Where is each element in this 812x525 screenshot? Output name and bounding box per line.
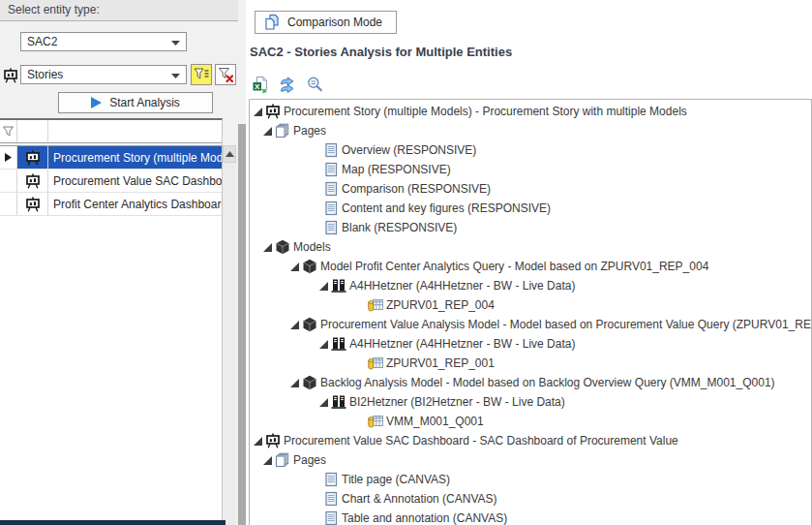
play-icon <box>91 97 102 108</box>
expander-icon[interactable] <box>263 243 272 252</box>
row-gutter <box>0 193 17 215</box>
autofilter-funnel-icon <box>2 125 15 138</box>
tree-item-label: Overview (RESPONSIVE) <box>341 143 476 157</box>
tree-item-label: Comparison (RESPONSIVE) <box>341 182 491 196</box>
filter-cell-icon-column[interactable] <box>17 120 48 142</box>
zoom-button[interactable] <box>304 74 325 95</box>
expand-all-icon <box>279 76 297 94</box>
analysis-tree: Procurement Story (multiple Models) - Pr… <box>249 99 812 525</box>
servers-icon <box>331 336 346 352</box>
tree-item-page[interactable]: Comparison (RESPONSIVE) <box>250 179 811 199</box>
panel-header: Select entity type: <box>0 0 238 21</box>
tree-item-group-models[interactable]: Models <box>250 237 811 257</box>
list-item-label: Profit Center Analytics Dashboard (Pr <box>48 193 222 215</box>
tree-item-label: BI2Hetzner (BI2Hetzner - BW - Live Data) <box>348 395 565 409</box>
clear-filter-icon <box>217 66 234 83</box>
list-item[interactable]: Procurement Story (multiple Models) <box>0 146 222 170</box>
tree-item-label: Procurement Value Analysis Model - Model… <box>319 318 812 331</box>
object-type-dropdown[interactable]: Stories <box>20 65 187 84</box>
tree-item-model[interactable]: Model Profit Center Analytics Query - Mo… <box>250 257 811 276</box>
filter-funnel-icon <box>193 66 210 83</box>
panel-splitter[interactable] <box>238 0 246 525</box>
chevron-down-icon <box>171 74 180 78</box>
expander-icon[interactable] <box>290 262 299 271</box>
expander-icon[interactable] <box>290 379 299 387</box>
start-analysis-button[interactable]: Start Analysis <box>58 92 213 113</box>
expander-icon[interactable] <box>263 456 272 465</box>
expander-icon[interactable] <box>319 282 328 291</box>
cube-icon <box>302 375 317 390</box>
arrow-up-icon <box>226 151 234 157</box>
tree-item-group-pages[interactable]: Pages <box>250 450 811 470</box>
start-analysis-label: Start Analysis <box>109 96 180 109</box>
easel-icon <box>25 173 41 189</box>
expander-icon[interactable] <box>319 398 328 407</box>
export-excel-button[interactable]: X <box>250 74 271 95</box>
entity-type-dropdown[interactable]: SAC2 <box>20 32 187 51</box>
scroll-up-button[interactable] <box>223 145 236 163</box>
tree-item-label: Map (RESPONSIVE) <box>341 163 451 176</box>
row-indicator-icon <box>5 153 12 162</box>
tree-item-label: Pages <box>292 124 326 138</box>
easel-icon <box>265 104 281 119</box>
tree-item-group-pages[interactable]: Pages <box>250 121 811 140</box>
tree-item-system[interactable]: A4HHetzner (A4HHetzner - BW - Live Data) <box>250 276 811 295</box>
db-table-icon <box>368 414 383 429</box>
entity-list-grid: Procurement Story (multiple Models)Procu… <box>0 118 223 525</box>
tree-item-label: Pages <box>292 453 326 467</box>
list-item[interactable]: Procurement Value SAC Dashboard <box>0 170 222 193</box>
list-scrollbar[interactable] <box>223 145 236 525</box>
page-icon <box>323 162 339 177</box>
grid-filter-row[interactable] <box>0 120 222 143</box>
tree-item-query[interactable]: VMM_M001_Q001 <box>250 412 811 431</box>
tree-item-model[interactable]: Backlog Analysis Model - Model based on … <box>250 373 811 392</box>
tree-item-query[interactable]: ZPURV01_REP_001 <box>250 354 811 373</box>
tree-item-page[interactable]: Chart & Annotation (CANVAS) <box>250 489 811 509</box>
filter-cell-text-column[interactable] <box>48 120 222 142</box>
tree-item-page[interactable]: Title page (CANVAS) <box>250 470 811 489</box>
page-title: SAC2 - Stories Analysis for Multiple Ent… <box>250 45 512 59</box>
db-table-icon <box>368 297 383 313</box>
tree-item-page[interactable]: Table and annotation (CANVAS) <box>250 509 811 525</box>
tree-item-label: A4HHetzner (A4HHetzner - BW - Live Data) <box>348 337 575 351</box>
expand-all-button[interactable] <box>277 74 298 95</box>
pages-icon <box>275 452 290 468</box>
row-icon-cell <box>17 170 48 192</box>
tree-item-model[interactable]: Procurement Value Analysis Model - Model… <box>250 315 811 334</box>
analysis-toolbar: X <box>250 74 325 95</box>
entity-selector-panel: Select entity type: SAC2 Stories Start A… <box>0 0 238 525</box>
filter-row-gutter <box>0 120 17 142</box>
easel-icon <box>25 150 41 166</box>
tree-item-page[interactable]: Map (RESPONSIVE) <box>250 160 811 179</box>
row-gutter <box>0 146 17 169</box>
expander-icon[interactable] <box>263 127 272 136</box>
expander-icon[interactable] <box>290 321 299 329</box>
tree-item-story[interactable]: Procurement Story (multiple Models) - Pr… <box>250 102 811 121</box>
clear-filter-button[interactable] <box>215 64 236 85</box>
tree-item-label: Table and annotation (CANVAS) <box>341 511 507 525</box>
tree-item-label: Model Profit Center Analytics Query - Mo… <box>319 260 708 273</box>
tree-item-system[interactable]: A4HHetzner (A4HHetzner - BW - Live Data) <box>250 334 811 354</box>
tree-item-label: Content and key figures (RESPONSIVE) <box>341 201 551 215</box>
tree-item-query[interactable]: ZPURV01_REP_004 <box>250 295 811 315</box>
tree-item-system[interactable]: BI2Hetzner (BI2Hetzner - BW - Live Data) <box>250 392 811 412</box>
comparison-mode-button[interactable]: Comparison Mode <box>255 11 397 34</box>
tree-item-page[interactable]: Content and key figures (RESPONSIVE) <box>250 199 811 218</box>
easel-icon <box>25 197 41 212</box>
page-icon <box>323 201 339 216</box>
expander-icon[interactable] <box>254 108 262 116</box>
expander-icon[interactable] <box>319 340 328 349</box>
cube-icon <box>302 317 317 332</box>
list-item[interactable]: Profit Center Analytics Dashboard (Pr <box>0 193 222 216</box>
analysis-panel: Comparison Mode SAC2 - Stories Analysis … <box>246 0 812 525</box>
comparison-pages-icon <box>263 14 281 31</box>
list-item-label: Procurement Value SAC Dashboard <box>48 170 222 192</box>
comparison-mode-label: Comparison Mode <box>287 15 382 29</box>
tree-item-story[interactable]: Procurement Value SAC Dashboard - SAC Da… <box>250 431 811 450</box>
chevron-down-icon <box>171 41 180 46</box>
expander-icon[interactable] <box>254 437 262 446</box>
tree-item-page[interactable]: Overview (RESPONSIVE) <box>250 140 811 160</box>
tree-item-label: Backlog Analysis Model - Model based on … <box>319 376 775 389</box>
tree-item-page[interactable]: Blank (RESPONSIVE) <box>250 218 811 237</box>
filter-button[interactable] <box>191 64 212 85</box>
